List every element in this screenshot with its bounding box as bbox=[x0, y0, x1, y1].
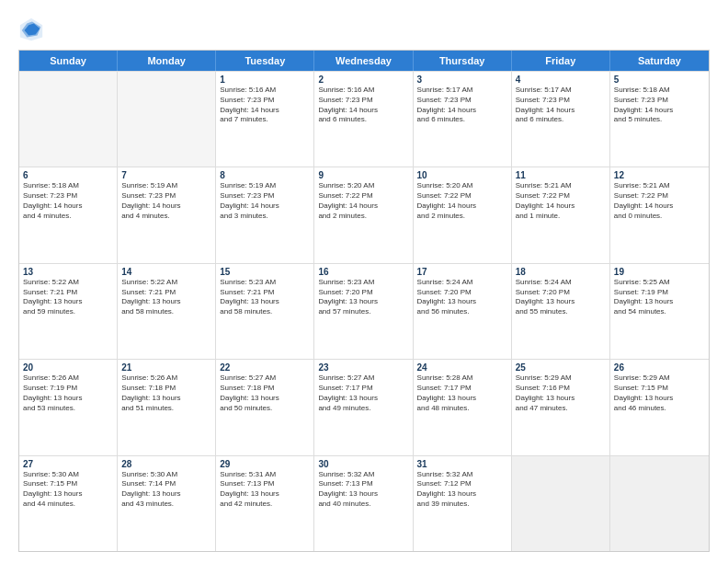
cell-text: Sunset: 7:20 PM bbox=[417, 288, 507, 298]
cell-text: and 0 minutes. bbox=[614, 212, 705, 222]
cell-text: Daylight: 13 hours bbox=[417, 394, 507, 404]
day-cell-13: 13Sunrise: 5:22 AMSunset: 7:21 PMDayligh… bbox=[19, 264, 118, 359]
page: SundayMondayTuesdayWednesdayThursdayFrid… bbox=[0, 0, 728, 563]
cell-text: Daylight: 14 hours bbox=[318, 201, 408, 212]
cell-text: Sunset: 7:12 PM bbox=[417, 479, 507, 489]
cell-text: Sunset: 7:15 PM bbox=[23, 479, 113, 489]
day-number: 31 bbox=[417, 459, 507, 469]
cell-text: and 46 minutes. bbox=[614, 404, 705, 414]
day-cell-8: 8Sunrise: 5:19 AMSunset: 7:23 PMDaylight… bbox=[216, 167, 314, 262]
day-cell-16: 16Sunrise: 5:23 AMSunset: 7:20 PMDayligh… bbox=[314, 264, 413, 359]
day-cell-20: 20Sunrise: 5:26 AMSunset: 7:19 PMDayligh… bbox=[19, 360, 118, 454]
cell-text: and 54 minutes. bbox=[614, 307, 705, 317]
day-cell-25: 25Sunrise: 5:29 AMSunset: 7:16 PMDayligh… bbox=[512, 360, 610, 454]
cell-text: Sunrise: 5:17 AM bbox=[516, 86, 606, 96]
cell-text: Sunrise: 5:23 AM bbox=[318, 278, 408, 288]
day-number: 21 bbox=[121, 362, 211, 373]
cell-text: and 51 minutes. bbox=[121, 404, 211, 414]
cell-text: Sunrise: 5:16 AM bbox=[318, 86, 408, 96]
day-number: 9 bbox=[318, 170, 408, 180]
cell-text: and 50 minutes. bbox=[220, 404, 310, 414]
cell-text: Sunrise: 5:26 AM bbox=[121, 373, 211, 384]
cell-text: Sunset: 7:23 PM bbox=[220, 191, 310, 201]
day-number: 2 bbox=[318, 75, 408, 85]
day-number: 1 bbox=[220, 75, 310, 85]
header-day-monday: Monday bbox=[118, 51, 216, 71]
day-cell-26: 26Sunrise: 5:29 AMSunset: 7:15 PMDayligh… bbox=[610, 360, 709, 454]
cell-text: Sunset: 7:23 PM bbox=[417, 96, 507, 106]
cell-text: and 3 minutes. bbox=[220, 212, 310, 222]
cell-text: Daylight: 14 hours bbox=[220, 106, 310, 116]
week-row-2: 6Sunrise: 5:18 AMSunset: 7:23 PMDaylight… bbox=[19, 167, 709, 262]
cell-text: Daylight: 13 hours bbox=[23, 297, 113, 307]
week-row-3: 13Sunrise: 5:22 AMSunset: 7:21 PMDayligh… bbox=[19, 263, 709, 359]
cell-text: Sunrise: 5:26 AM bbox=[23, 373, 113, 384]
cell-text: Daylight: 13 hours bbox=[23, 489, 113, 500]
cell-text: Sunrise: 5:20 AM bbox=[417, 181, 507, 191]
cell-text: Sunset: 7:15 PM bbox=[614, 384, 705, 394]
day-number: 18 bbox=[516, 267, 606, 277]
day-cell-23: 23Sunrise: 5:27 AMSunset: 7:17 PMDayligh… bbox=[314, 360, 413, 454]
cell-text: Sunrise: 5:25 AM bbox=[614, 278, 705, 288]
day-number: 8 bbox=[220, 170, 310, 180]
day-number: 24 bbox=[417, 362, 507, 373]
day-cell-21: 21Sunrise: 5:26 AMSunset: 7:18 PMDayligh… bbox=[118, 360, 216, 454]
calendar: SundayMondayTuesdayWednesdayThursdayFrid… bbox=[18, 50, 710, 552]
cell-text: Sunset: 7:20 PM bbox=[318, 288, 408, 298]
day-cell-14: 14Sunrise: 5:22 AMSunset: 7:21 PMDayligh… bbox=[118, 264, 216, 359]
cell-text: Sunrise: 5:29 AM bbox=[614, 373, 705, 384]
header-day-thursday: Thursday bbox=[414, 51, 512, 71]
cell-text: Sunrise: 5:21 AM bbox=[516, 181, 606, 191]
day-number: 10 bbox=[417, 170, 507, 180]
cell-text: and 44 minutes. bbox=[23, 500, 113, 510]
cell-text: Daylight: 13 hours bbox=[318, 394, 408, 404]
day-number: 27 bbox=[23, 459, 113, 469]
day-number: 28 bbox=[121, 459, 211, 469]
cell-text: and 4 minutes. bbox=[121, 212, 211, 222]
day-number: 11 bbox=[516, 170, 606, 180]
header bbox=[18, 17, 710, 42]
day-number: 7 bbox=[121, 170, 211, 180]
cell-text: Daylight: 14 hours bbox=[417, 201, 507, 212]
day-cell-9: 9Sunrise: 5:20 AMSunset: 7:22 PMDaylight… bbox=[314, 167, 413, 262]
cell-text: and 6 minutes. bbox=[318, 115, 408, 125]
cell-text: Daylight: 13 hours bbox=[121, 394, 211, 404]
day-number: 3 bbox=[417, 75, 507, 85]
cell-text: Sunrise: 5:22 AM bbox=[121, 278, 211, 288]
cell-text: Daylight: 14 hours bbox=[516, 201, 606, 212]
cell-text: Daylight: 13 hours bbox=[220, 394, 310, 404]
day-cell-28: 28Sunrise: 5:30 AMSunset: 7:14 PMDayligh… bbox=[118, 456, 216, 551]
calendar-body: 1Sunrise: 5:16 AMSunset: 7:23 PMDaylight… bbox=[19, 71, 709, 551]
cell-text: Sunrise: 5:22 AM bbox=[23, 278, 113, 288]
cell-text: and 47 minutes. bbox=[516, 404, 606, 414]
day-cell-31: 31Sunrise: 5:32 AMSunset: 7:12 PMDayligh… bbox=[414, 456, 512, 551]
cell-text: Daylight: 14 hours bbox=[516, 106, 606, 116]
cell-text: Sunset: 7:22 PM bbox=[614, 191, 705, 201]
cell-text: Sunrise: 5:18 AM bbox=[614, 86, 705, 96]
day-number: 20 bbox=[23, 362, 113, 373]
cell-text: Sunrise: 5:31 AM bbox=[220, 470, 310, 480]
header-day-saturday: Saturday bbox=[610, 51, 709, 71]
day-cell-10: 10Sunrise: 5:20 AMSunset: 7:22 PMDayligh… bbox=[414, 167, 512, 262]
cell-text: Daylight: 13 hours bbox=[23, 394, 113, 404]
cell-text: Daylight: 13 hours bbox=[220, 297, 310, 307]
day-number: 6 bbox=[23, 170, 113, 180]
day-number: 16 bbox=[318, 267, 408, 277]
cell-text: Sunset: 7:16 PM bbox=[516, 384, 606, 394]
cell-text: Sunrise: 5:19 AM bbox=[220, 181, 310, 191]
day-number: 15 bbox=[220, 267, 310, 277]
cell-text: Daylight: 14 hours bbox=[614, 106, 705, 116]
cell-text: Sunset: 7:22 PM bbox=[417, 191, 507, 201]
cell-text: Sunset: 7:23 PM bbox=[23, 191, 113, 201]
cell-text: Daylight: 13 hours bbox=[121, 489, 211, 500]
cell-text: Sunset: 7:21 PM bbox=[220, 288, 310, 298]
cell-text: Sunset: 7:18 PM bbox=[220, 384, 310, 394]
day-number: 26 bbox=[614, 362, 705, 373]
cell-text: Sunset: 7:20 PM bbox=[516, 288, 606, 298]
cell-text: Sunrise: 5:30 AM bbox=[23, 470, 113, 480]
cell-text: Sunrise: 5:32 AM bbox=[318, 470, 408, 480]
cell-text: Sunrise: 5:27 AM bbox=[220, 373, 310, 384]
cell-text: and 43 minutes. bbox=[121, 500, 211, 510]
day-cell-19: 19Sunrise: 5:25 AMSunset: 7:19 PMDayligh… bbox=[610, 264, 709, 359]
day-number: 13 bbox=[23, 267, 113, 277]
